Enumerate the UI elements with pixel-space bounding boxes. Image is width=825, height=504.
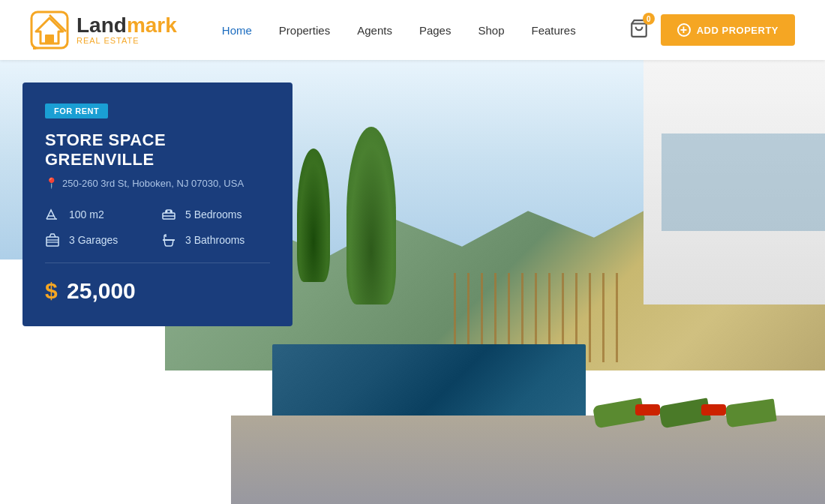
- nav-home[interactable]: Home: [222, 24, 252, 37]
- feature-area: 100 m2: [45, 207, 154, 222]
- property-features: 100 m2 5 Bedrooms: [45, 207, 270, 248]
- svg-rect-2: [45, 34, 54, 44]
- property-card: FOR RENT STORE SPACE GREENVILLE 📍 250-26…: [22, 82, 292, 326]
- logo-land: Land: [76, 14, 127, 37]
- for-rent-badge: FOR RENT: [45, 104, 108, 118]
- area-icon: [45, 207, 62, 222]
- building-right-bg: [644, 60, 825, 304]
- price-divider: [45, 262, 270, 263]
- logo[interactable]: Landmark Real Estate: [30, 10, 177, 50]
- price-value: 25,000: [67, 278, 136, 303]
- property-title: STORE SPACE GREENVILLE: [45, 130, 270, 170]
- feature-area-label: 100 m2: [69, 208, 104, 220]
- tree1-bg: [346, 127, 396, 304]
- add-property-label: ADD PROPERTY: [697, 25, 778, 36]
- building-window: [662, 134, 825, 231]
- feature-garages-label: 3 Garages: [69, 234, 118, 246]
- add-property-button[interactable]: + ADD PROPERTY: [661, 14, 795, 46]
- svg-rect-9: [46, 237, 58, 246]
- chair-red1-bg: [635, 404, 660, 416]
- plus-icon: +: [677, 23, 691, 37]
- price-symbol: $: [45, 278, 58, 303]
- cart-badge: 0: [643, 13, 655, 25]
- logo-text: Landmark Real Estate: [76, 15, 177, 45]
- feature-bathrooms-label: 3 Bathrooms: [185, 234, 244, 246]
- address-text: 250-260 3rd St, Hoboken, NJ 07030, USA: [62, 178, 244, 189]
- header: Landmark Real Estate Home Properties Age…: [0, 0, 825, 60]
- nav-features[interactable]: Features: [532, 24, 576, 37]
- feature-garages: 3 Garages: [45, 232, 154, 248]
- bed-icon: [161, 207, 178, 222]
- chair-red2-bg: [701, 404, 726, 416]
- svg-point-8: [170, 211, 172, 213]
- logo-icon: [30, 10, 69, 50]
- logo-subtitle: Real Estate: [76, 36, 177, 45]
- svg-point-7: [166, 211, 168, 213]
- feature-bathrooms: 3 Bathrooms: [161, 232, 270, 248]
- nav-properties[interactable]: Properties: [279, 24, 330, 37]
- pin-icon: 📍: [45, 177, 58, 189]
- logo-mark: mark: [127, 14, 177, 37]
- cart-button[interactable]: 0: [629, 19, 649, 41]
- tree2-bg: [297, 148, 330, 282]
- deck-bg: [231, 416, 825, 504]
- nav-agents[interactable]: Agents: [357, 24, 392, 37]
- garage-icon: [45, 232, 62, 248]
- hero-section: FOR RENT STORE SPACE GREENVILLE 📍 250-26…: [0, 60, 825, 504]
- bath-icon: [161, 232, 178, 248]
- main-nav: Home Properties Agents Pages Shop Featur…: [222, 24, 629, 37]
- header-right: 0 + ADD PROPERTY: [629, 14, 795, 46]
- feature-bedrooms-label: 5 Bedrooms: [185, 208, 242, 220]
- feature-bedrooms: 5 Bedrooms: [161, 207, 270, 222]
- nav-pages[interactable]: Pages: [419, 24, 452, 37]
- property-address: 📍 250-260 3rd St, Hoboken, NJ 07030, USA: [45, 177, 270, 189]
- property-price: $ 25,000: [45, 278, 270, 304]
- nav-shop[interactable]: Shop: [478, 24, 504, 37]
